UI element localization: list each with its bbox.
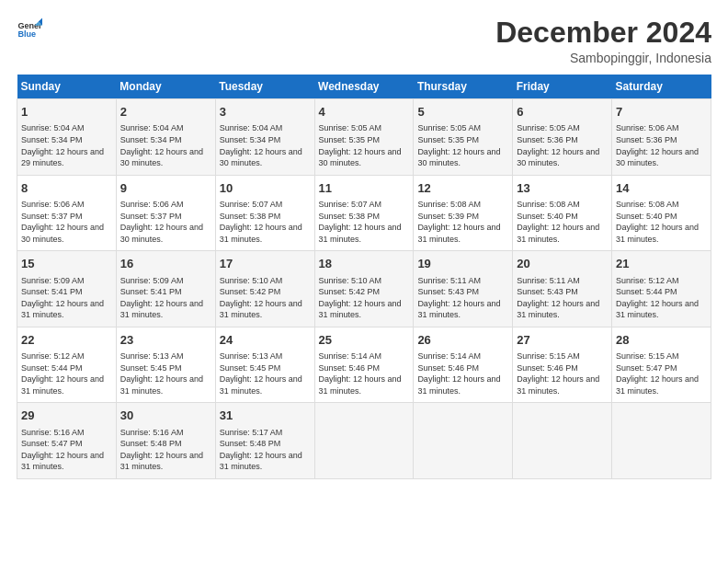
daylight-label: Daylight: 12 hours and 30 minutes. (517, 147, 599, 168)
daylight-label: Daylight: 12 hours and 30 minutes. (319, 147, 402, 168)
header-row: Sunday Monday Tuesday Wednesday Thursday… (17, 75, 711, 99)
cell-w2-d2: 10Sunrise: 5:07 AMSunset: 5:38 PMDayligh… (215, 175, 314, 251)
cell-w5-d1: 30Sunrise: 5:16 AMSunset: 5:48 PMDayligh… (116, 403, 215, 479)
day-number: 14 (616, 180, 707, 197)
cell-w1-d1: 2Sunrise: 5:04 AMSunset: 5:34 PMDaylight… (116, 99, 215, 176)
sunrise-label: Sunrise: 5:06 AM (120, 200, 184, 209)
sunset-label: Sunset: 5:45 PM (120, 363, 182, 373)
sunrise-label: Sunrise: 5:13 AM (120, 351, 184, 361)
day-number: 11 (319, 180, 410, 197)
col-wednesday: Wednesday (314, 75, 414, 99)
sunset-label: Sunset: 5:47 PM (616, 363, 677, 373)
day-number: 28 (616, 332, 707, 349)
day-number: 18 (319, 256, 410, 272)
daylight-label: Daylight: 12 hours and 31 minutes. (120, 299, 203, 320)
cell-w4-d1: 23Sunrise: 5:13 AMSunset: 5:45 PMDayligh… (116, 327, 215, 403)
day-number: 21 (616, 256, 707, 272)
sunrise-label: Sunrise: 5:12 AM (616, 276, 679, 285)
day-number: 13 (517, 180, 608, 197)
sunrise-label: Sunrise: 5:10 AM (220, 276, 283, 285)
sunrise-label: Sunrise: 5:09 AM (120, 276, 184, 285)
sunrise-label: Sunrise: 5:11 AM (517, 276, 580, 285)
day-number: 5 (417, 104, 508, 121)
day-number: 30 (120, 408, 211, 424)
logo-icon: General Blue (17, 17, 42, 42)
day-number: 20 (517, 256, 608, 272)
day-number: 10 (220, 180, 311, 197)
daylight-label: Daylight: 12 hours and 31 minutes. (319, 374, 402, 396)
day-number: 23 (120, 332, 211, 349)
daylight-label: Daylight: 12 hours and 31 minutes. (319, 223, 402, 244)
day-number: 6 (517, 104, 608, 121)
cell-w1-d5: 6Sunrise: 5:05 AMSunset: 5:36 PMDaylight… (513, 99, 612, 176)
calendar-table: Sunday Monday Tuesday Wednesday Thursday… (17, 75, 711, 479)
sunset-label: Sunset: 5:34 PM (220, 135, 281, 144)
daylight-label: Daylight: 12 hours and 31 minutes. (120, 374, 203, 396)
sunrise-label: Sunrise: 5:05 AM (517, 123, 580, 132)
day-number: 2 (120, 104, 211, 121)
daylight-label: Daylight: 12 hours and 31 minutes. (220, 299, 302, 320)
week-row-3: 15Sunrise: 5:09 AMSunset: 5:41 PMDayligh… (17, 251, 711, 327)
sunset-label: Sunset: 5:40 PM (616, 212, 677, 221)
daylight-label: Daylight: 12 hours and 31 minutes. (417, 223, 500, 244)
sunrise-label: Sunrise: 5:07 AM (220, 200, 283, 209)
cell-w2-d0: 8Sunrise: 5:06 AMSunset: 5:37 PMDaylight… (17, 175, 117, 251)
cell-w2-d5: 13Sunrise: 5:08 AMSunset: 5:40 PMDayligh… (513, 175, 612, 251)
sunset-label: Sunset: 5:45 PM (220, 363, 281, 373)
sunrise-label: Sunrise: 5:05 AM (319, 123, 382, 132)
day-number: 15 (21, 256, 112, 272)
week-row-1: 1Sunrise: 5:04 AMSunset: 5:34 PMDaylight… (17, 99, 711, 176)
daylight-label: Daylight: 12 hours and 31 minutes. (21, 299, 104, 320)
daylight-label: Daylight: 12 hours and 30 minutes. (120, 223, 203, 244)
sunset-label: Sunset: 5:46 PM (417, 363, 479, 373)
daylight-label: Daylight: 12 hours and 31 minutes. (120, 451, 203, 472)
cell-w1-d3: 4Sunrise: 5:05 AMSunset: 5:35 PMDaylight… (314, 99, 414, 176)
sunrise-label: Sunrise: 5:06 AM (616, 123, 679, 132)
sunrise-label: Sunrise: 5:13 AM (220, 351, 283, 361)
day-number: 1 (21, 104, 112, 121)
day-number: 29 (21, 408, 112, 424)
sunset-label: Sunset: 5:47 PM (21, 439, 83, 448)
cell-w3-d5: 20Sunrise: 5:11 AMSunset: 5:43 PMDayligh… (513, 251, 612, 327)
sunset-label: Sunset: 5:38 PM (220, 212, 281, 221)
sunset-label: Sunset: 5:35 PM (417, 135, 479, 144)
sunset-label: Sunset: 5:39 PM (417, 212, 479, 221)
cell-w1-d2: 3Sunrise: 5:04 AMSunset: 5:34 PMDaylight… (215, 99, 314, 176)
sunrise-label: Sunrise: 5:09 AM (21, 276, 85, 285)
sunset-label: Sunset: 5:35 PM (319, 135, 381, 144)
cell-w3-d4: 19Sunrise: 5:11 AMSunset: 5:43 PMDayligh… (414, 251, 513, 327)
daylight-label: Daylight: 12 hours and 31 minutes. (220, 451, 302, 472)
col-sunday: Sunday (17, 75, 117, 99)
cell-w5-d2: 31Sunrise: 5:17 AMSunset: 5:48 PMDayligh… (215, 403, 314, 479)
sunrise-label: Sunrise: 5:15 AM (517, 351, 580, 361)
sunset-label: Sunset: 5:46 PM (517, 363, 578, 373)
sunrise-label: Sunrise: 5:10 AM (319, 276, 382, 285)
cell-w4-d5: 27Sunrise: 5:15 AMSunset: 5:46 PMDayligh… (513, 327, 612, 403)
cell-w4-d4: 26Sunrise: 5:14 AMSunset: 5:46 PMDayligh… (414, 327, 513, 403)
sunset-label: Sunset: 5:48 PM (120, 439, 182, 448)
subtitle: Sambopinggir, Indonesia (495, 51, 711, 65)
day-number: 3 (220, 104, 311, 121)
cell-w4-d6: 28Sunrise: 5:15 AMSunset: 5:47 PMDayligh… (612, 327, 711, 403)
cell-w5-d6 (612, 403, 711, 479)
cell-w2-d1: 9Sunrise: 5:06 AMSunset: 5:37 PMDaylight… (116, 175, 215, 251)
sunset-label: Sunset: 5:34 PM (120, 135, 182, 144)
sunset-label: Sunset: 5:46 PM (319, 363, 381, 373)
day-number: 4 (319, 104, 410, 121)
col-thursday: Thursday (414, 75, 513, 99)
daylight-label: Daylight: 12 hours and 29 minutes. (21, 147, 104, 168)
sunset-label: Sunset: 5:44 PM (616, 287, 677, 296)
cell-w1-d0: 1Sunrise: 5:04 AMSunset: 5:34 PMDaylight… (17, 99, 117, 176)
cell-w5-d0: 29Sunrise: 5:16 AMSunset: 5:47 PMDayligh… (17, 403, 117, 479)
sunrise-label: Sunrise: 5:17 AM (220, 428, 283, 437)
daylight-label: Daylight: 12 hours and 31 minutes. (220, 223, 302, 244)
sunrise-label: Sunrise: 5:16 AM (120, 428, 184, 437)
sunset-label: Sunset: 5:40 PM (517, 212, 578, 221)
sunrise-label: Sunrise: 5:04 AM (220, 123, 283, 132)
day-number: 9 (120, 180, 211, 197)
sunrise-label: Sunrise: 5:04 AM (21, 123, 85, 132)
daylight-label: Daylight: 12 hours and 31 minutes. (616, 299, 699, 320)
week-row-4: 22Sunrise: 5:12 AMSunset: 5:44 PMDayligh… (17, 327, 711, 403)
daylight-label: Daylight: 12 hours and 31 minutes. (417, 374, 500, 396)
daylight-label: Daylight: 12 hours and 31 minutes. (417, 299, 500, 320)
